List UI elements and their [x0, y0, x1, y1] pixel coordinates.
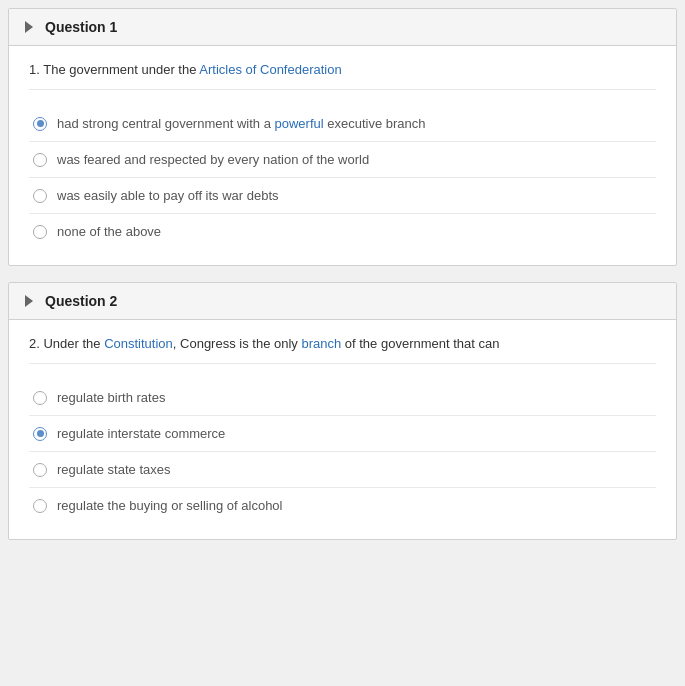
- q1-opt4[interactable]: none of the above: [29, 214, 656, 249]
- q2-opt2-text: regulate interstate commerce: [57, 426, 225, 441]
- question-2: Question 22. Under the Constitution, Con…: [8, 282, 677, 540]
- question-2-text: 2. Under the Constitution, Congress is t…: [29, 336, 656, 364]
- q1-opt4-text: none of the above: [57, 224, 161, 239]
- q2-opt1-text: regulate birth rates: [57, 390, 165, 405]
- q2-opt2-radio-inner: [37, 430, 44, 437]
- chevron-right-icon: [25, 21, 33, 33]
- q1-opt1[interactable]: had strong central government with a pow…: [29, 106, 656, 142]
- q1-opt2-text: was feared and respected by every nation…: [57, 152, 369, 167]
- question-1-body: 1. The government under the Articles of …: [9, 46, 676, 265]
- chevron-right-icon: [25, 295, 33, 307]
- q2-opt3-radio[interactable]: [33, 463, 47, 477]
- q2-opt3[interactable]: regulate state taxes: [29, 452, 656, 488]
- question-1-text: 1. The government under the Articles of …: [29, 62, 656, 90]
- question-1-title: Question 1: [45, 19, 117, 35]
- q2-opt4-radio[interactable]: [33, 499, 47, 513]
- q1-opt1-text: had strong central government with a pow…: [57, 116, 426, 131]
- q2-opt4-text: regulate the buying or selling of alcoho…: [57, 498, 282, 513]
- q2-opt1[interactable]: regulate birth rates: [29, 380, 656, 416]
- q1-opt3-text: was easily able to pay off its war debts: [57, 188, 279, 203]
- q1-opt2-radio[interactable]: [33, 153, 47, 167]
- question-2-title: Question 2: [45, 293, 117, 309]
- q1-opt1-radio-inner: [37, 120, 44, 127]
- question-1-header: Question 1: [9, 9, 676, 46]
- question-1: Question 11. The government under the Ar…: [8, 8, 677, 266]
- q1-opt3-radio[interactable]: [33, 189, 47, 203]
- q2-opt2[interactable]: regulate interstate commerce: [29, 416, 656, 452]
- q2-opt4[interactable]: regulate the buying or selling of alcoho…: [29, 488, 656, 523]
- q2-opt1-radio[interactable]: [33, 391, 47, 405]
- page-container: Question 11. The government under the Ar…: [0, 0, 685, 548]
- q2-opt3-text: regulate state taxes: [57, 462, 170, 477]
- q1-opt2[interactable]: was feared and respected by every nation…: [29, 142, 656, 178]
- q1-opt3[interactable]: was easily able to pay off its war debts: [29, 178, 656, 214]
- q1-opt1-radio[interactable]: [33, 117, 47, 131]
- question-2-header: Question 2: [9, 283, 676, 320]
- question-2-body: 2. Under the Constitution, Congress is t…: [9, 320, 676, 539]
- q2-opt2-radio[interactable]: [33, 427, 47, 441]
- q1-opt4-radio[interactable]: [33, 225, 47, 239]
